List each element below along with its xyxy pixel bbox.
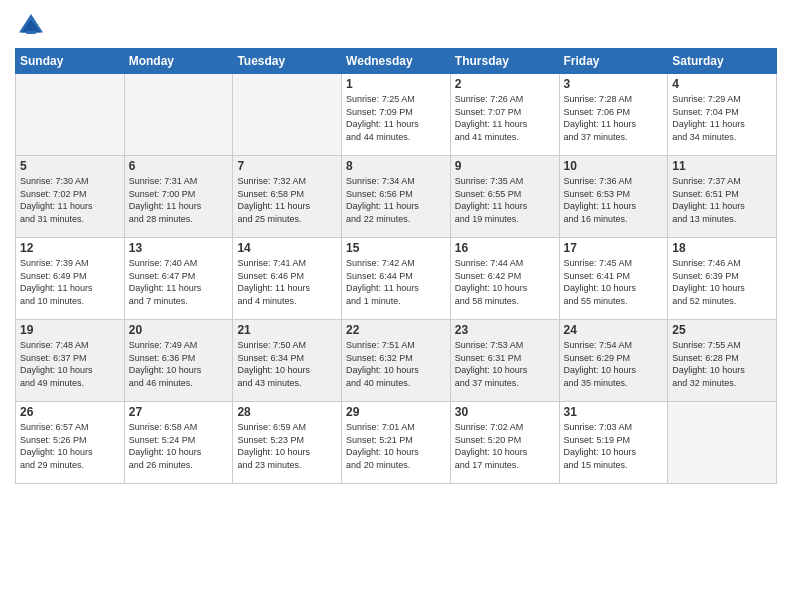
day-info: Sunrise: 7:37 AM Sunset: 6:51 PM Dayligh… — [672, 175, 772, 225]
day-number: 13 — [129, 241, 229, 255]
day-number: 21 — [237, 323, 337, 337]
calendar-cell — [668, 402, 777, 484]
day-number: 26 — [20, 405, 120, 419]
day-number: 5 — [20, 159, 120, 173]
svg-rect-2 — [26, 31, 36, 34]
day-info: Sunrise: 7:42 AM Sunset: 6:44 PM Dayligh… — [346, 257, 446, 307]
weekday-header-row: SundayMondayTuesdayWednesdayThursdayFrid… — [16, 49, 777, 74]
calendar-cell: 21Sunrise: 7:50 AM Sunset: 6:34 PM Dayli… — [233, 320, 342, 402]
day-info: Sunrise: 7:45 AM Sunset: 6:41 PM Dayligh… — [564, 257, 664, 307]
day-info: Sunrise: 7:28 AM Sunset: 7:06 PM Dayligh… — [564, 93, 664, 143]
day-info: Sunrise: 7:44 AM Sunset: 6:42 PM Dayligh… — [455, 257, 555, 307]
calendar-cell — [233, 74, 342, 156]
calendar-cell: 17Sunrise: 7:45 AM Sunset: 6:41 PM Dayli… — [559, 238, 668, 320]
day-number: 27 — [129, 405, 229, 419]
weekday-header-wednesday: Wednesday — [342, 49, 451, 74]
calendar-cell: 20Sunrise: 7:49 AM Sunset: 6:36 PM Dayli… — [124, 320, 233, 402]
day-number: 22 — [346, 323, 446, 337]
day-number: 10 — [564, 159, 664, 173]
day-info: Sunrise: 7:40 AM Sunset: 6:47 PM Dayligh… — [129, 257, 229, 307]
calendar-cell: 31Sunrise: 7:03 AM Sunset: 5:19 PM Dayli… — [559, 402, 668, 484]
calendar-cell: 28Sunrise: 6:59 AM Sunset: 5:23 PM Dayli… — [233, 402, 342, 484]
day-number: 20 — [129, 323, 229, 337]
calendar-table: SundayMondayTuesdayWednesdayThursdayFrid… — [15, 48, 777, 484]
day-number: 24 — [564, 323, 664, 337]
calendar-cell: 16Sunrise: 7:44 AM Sunset: 6:42 PM Dayli… — [450, 238, 559, 320]
day-number: 29 — [346, 405, 446, 419]
day-info: Sunrise: 7:25 AM Sunset: 7:09 PM Dayligh… — [346, 93, 446, 143]
day-info: Sunrise: 7:41 AM Sunset: 6:46 PM Dayligh… — [237, 257, 337, 307]
calendar-cell: 1Sunrise: 7:25 AM Sunset: 7:09 PM Daylig… — [342, 74, 451, 156]
day-number: 12 — [20, 241, 120, 255]
weekday-header-monday: Monday — [124, 49, 233, 74]
day-number: 11 — [672, 159, 772, 173]
calendar-cell: 14Sunrise: 7:41 AM Sunset: 6:46 PM Dayli… — [233, 238, 342, 320]
logo-icon — [15, 10, 47, 42]
day-number: 17 — [564, 241, 664, 255]
calendar-cell: 3Sunrise: 7:28 AM Sunset: 7:06 PM Daylig… — [559, 74, 668, 156]
calendar-cell: 15Sunrise: 7:42 AM Sunset: 6:44 PM Dayli… — [342, 238, 451, 320]
calendar-cell: 10Sunrise: 7:36 AM Sunset: 6:53 PM Dayli… — [559, 156, 668, 238]
day-number: 8 — [346, 159, 446, 173]
weekday-header-tuesday: Tuesday — [233, 49, 342, 74]
day-info: Sunrise: 7:48 AM Sunset: 6:37 PM Dayligh… — [20, 339, 120, 389]
calendar-cell: 11Sunrise: 7:37 AM Sunset: 6:51 PM Dayli… — [668, 156, 777, 238]
calendar-cell: 22Sunrise: 7:51 AM Sunset: 6:32 PM Dayli… — [342, 320, 451, 402]
day-number: 9 — [455, 159, 555, 173]
day-number: 4 — [672, 77, 772, 91]
day-info: Sunrise: 6:57 AM Sunset: 5:26 PM Dayligh… — [20, 421, 120, 471]
day-number: 7 — [237, 159, 337, 173]
day-info: Sunrise: 7:54 AM Sunset: 6:29 PM Dayligh… — [564, 339, 664, 389]
week-row-4: 19Sunrise: 7:48 AM Sunset: 6:37 PM Dayli… — [16, 320, 777, 402]
day-info: Sunrise: 7:35 AM Sunset: 6:55 PM Dayligh… — [455, 175, 555, 225]
calendar-cell: 8Sunrise: 7:34 AM Sunset: 6:56 PM Daylig… — [342, 156, 451, 238]
calendar-cell — [16, 74, 125, 156]
day-number: 31 — [564, 405, 664, 419]
day-number: 23 — [455, 323, 555, 337]
header — [15, 10, 777, 42]
day-number: 1 — [346, 77, 446, 91]
weekday-header-thursday: Thursday — [450, 49, 559, 74]
page: SundayMondayTuesdayWednesdayThursdayFrid… — [0, 0, 792, 612]
day-info: Sunrise: 7:46 AM Sunset: 6:39 PM Dayligh… — [672, 257, 772, 307]
day-info: Sunrise: 7:39 AM Sunset: 6:49 PM Dayligh… — [20, 257, 120, 307]
weekday-header-friday: Friday — [559, 49, 668, 74]
calendar-cell — [124, 74, 233, 156]
day-info: Sunrise: 7:51 AM Sunset: 6:32 PM Dayligh… — [346, 339, 446, 389]
day-number: 15 — [346, 241, 446, 255]
day-number: 3 — [564, 77, 664, 91]
day-number: 2 — [455, 77, 555, 91]
day-info: Sunrise: 7:50 AM Sunset: 6:34 PM Dayligh… — [237, 339, 337, 389]
day-number: 14 — [237, 241, 337, 255]
calendar-cell: 12Sunrise: 7:39 AM Sunset: 6:49 PM Dayli… — [16, 238, 125, 320]
calendar-cell: 9Sunrise: 7:35 AM Sunset: 6:55 PM Daylig… — [450, 156, 559, 238]
day-info: Sunrise: 7:29 AM Sunset: 7:04 PM Dayligh… — [672, 93, 772, 143]
day-info: Sunrise: 7:49 AM Sunset: 6:36 PM Dayligh… — [129, 339, 229, 389]
calendar-cell: 26Sunrise: 6:57 AM Sunset: 5:26 PM Dayli… — [16, 402, 125, 484]
calendar-cell: 5Sunrise: 7:30 AM Sunset: 7:02 PM Daylig… — [16, 156, 125, 238]
day-info: Sunrise: 7:53 AM Sunset: 6:31 PM Dayligh… — [455, 339, 555, 389]
calendar-cell: 4Sunrise: 7:29 AM Sunset: 7:04 PM Daylig… — [668, 74, 777, 156]
day-info: Sunrise: 7:01 AM Sunset: 5:21 PM Dayligh… — [346, 421, 446, 471]
calendar-cell: 29Sunrise: 7:01 AM Sunset: 5:21 PM Dayli… — [342, 402, 451, 484]
day-info: Sunrise: 6:59 AM Sunset: 5:23 PM Dayligh… — [237, 421, 337, 471]
week-row-2: 5Sunrise: 7:30 AM Sunset: 7:02 PM Daylig… — [16, 156, 777, 238]
day-info: Sunrise: 7:34 AM Sunset: 6:56 PM Dayligh… — [346, 175, 446, 225]
weekday-header-sunday: Sunday — [16, 49, 125, 74]
day-info: Sunrise: 6:58 AM Sunset: 5:24 PM Dayligh… — [129, 421, 229, 471]
weekday-header-saturday: Saturday — [668, 49, 777, 74]
logo — [15, 10, 51, 42]
calendar-cell: 18Sunrise: 7:46 AM Sunset: 6:39 PM Dayli… — [668, 238, 777, 320]
day-number: 6 — [129, 159, 229, 173]
day-info: Sunrise: 7:32 AM Sunset: 6:58 PM Dayligh… — [237, 175, 337, 225]
day-info: Sunrise: 7:30 AM Sunset: 7:02 PM Dayligh… — [20, 175, 120, 225]
day-info: Sunrise: 7:26 AM Sunset: 7:07 PM Dayligh… — [455, 93, 555, 143]
calendar-cell: 19Sunrise: 7:48 AM Sunset: 6:37 PM Dayli… — [16, 320, 125, 402]
day-number: 25 — [672, 323, 772, 337]
calendar-cell: 25Sunrise: 7:55 AM Sunset: 6:28 PM Dayli… — [668, 320, 777, 402]
week-row-5: 26Sunrise: 6:57 AM Sunset: 5:26 PM Dayli… — [16, 402, 777, 484]
day-info: Sunrise: 7:31 AM Sunset: 7:00 PM Dayligh… — [129, 175, 229, 225]
day-info: Sunrise: 7:36 AM Sunset: 6:53 PM Dayligh… — [564, 175, 664, 225]
calendar-cell: 2Sunrise: 7:26 AM Sunset: 7:07 PM Daylig… — [450, 74, 559, 156]
calendar-cell: 27Sunrise: 6:58 AM Sunset: 5:24 PM Dayli… — [124, 402, 233, 484]
